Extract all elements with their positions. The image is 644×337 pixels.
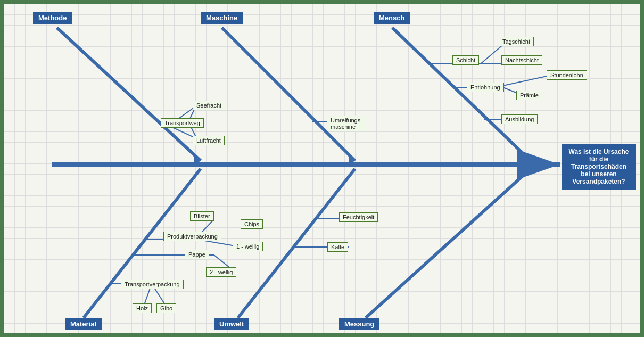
svg-line-2 (57, 28, 201, 161)
label-produktverpackung: Produktverpackung (163, 232, 221, 241)
label-tagschicht: Tagschicht (499, 37, 534, 46)
label-holz: Holz (133, 303, 152, 313)
label-ausbildung: Ausbildung (501, 114, 538, 124)
label-2-wellig: 2 - wellig (206, 267, 236, 277)
category-maschine: Maschine (201, 12, 243, 24)
svg-line-7 (366, 169, 531, 318)
fishbone-canvas: Methode Maschine Mensch Material Umwelt … (4, 4, 640, 333)
label-1-wellig: 1 - wellig (233, 242, 263, 251)
label-entlohnung: Entlohnung (467, 83, 504, 92)
label-transportverpackung: Transportverpackung (121, 280, 184, 289)
label-luftfracht: Luftfracht (193, 136, 225, 145)
label-blister: Blister (190, 211, 214, 221)
label-stundenlohn: Stundenlohn (547, 70, 587, 80)
label-chips: Chips (241, 219, 263, 229)
svg-line-4 (392, 28, 531, 161)
label-gibo: Gibo (156, 303, 176, 313)
label-praemie: Prämie (516, 91, 542, 100)
category-messung: Messung (339, 318, 379, 330)
label-feuchtigkeit: Feuchtigkeit (339, 212, 378, 222)
category-material: Material (65, 318, 102, 330)
label-pappe: Pappe (185, 250, 209, 259)
svg-line-3 (222, 28, 355, 161)
effect-box: Was ist die Ursache für die Transportsch… (562, 144, 636, 190)
category-umwelt: Umwelt (214, 318, 249, 330)
label-kaelte: Kälte (327, 242, 348, 252)
svg-line-12 (500, 76, 549, 86)
svg-line-5 (84, 169, 201, 318)
svg-line-10 (481, 45, 502, 63)
label-schicht: Schicht (452, 55, 479, 65)
label-umreifungsmaschine: Umreifungs- maschine (327, 116, 366, 131)
label-seefracht: Seefracht (193, 101, 225, 110)
fishbone-svg (4, 4, 640, 333)
category-mensch: Mensch (374, 12, 410, 24)
label-nachtschicht: Nachtschicht (501, 55, 542, 65)
category-methode: Methode (33, 12, 72, 24)
label-transportweg: Transportweg (161, 118, 204, 128)
